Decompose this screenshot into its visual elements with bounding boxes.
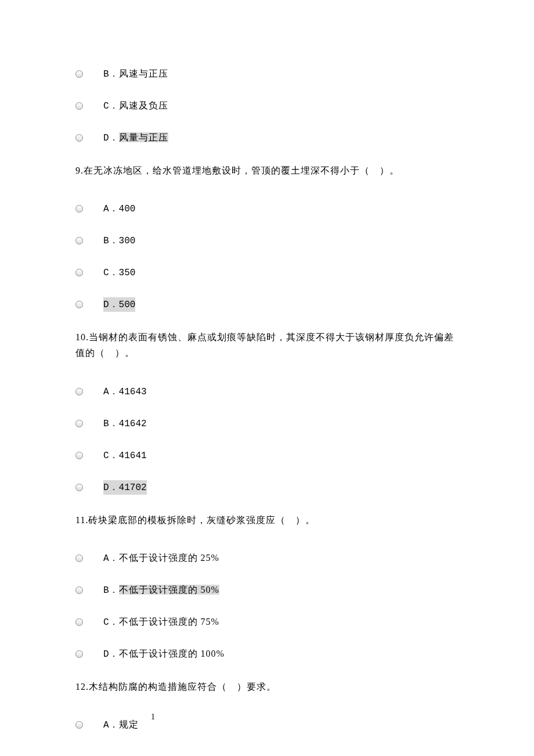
radio-icon[interactable] [75, 452, 83, 459]
q9-option-a: A．400 [75, 201, 459, 216]
q12-option-a: A．规定 [75, 718, 459, 732]
radio-icon[interactable] [75, 237, 83, 244]
q12-text: 12.木结构防腐的构造措施应符合（ ）要求。 [75, 679, 459, 694]
q11-text: 11.砖块梁底部的模板拆除时，灰缝砂浆强度应（ ）。 [75, 512, 459, 528]
q11-option-b: B．不低于设计强度的 50% [75, 583, 459, 597]
q9-text: 9.在无冰冻地区，给水管道埋地敷设时，管顶的覆土埋深不得小于（ ）。 [75, 163, 459, 178]
radio-icon[interactable] [75, 269, 83, 276]
option-label: C．41641 [103, 448, 147, 463]
radio-icon[interactable] [75, 420, 83, 427]
option-label: A．不低于设计强度的 25% [103, 551, 219, 566]
radio-icon[interactable] [75, 205, 83, 213]
q10-option-c: C．41641 [75, 448, 459, 463]
q8-option-c: C．风速及负压 [75, 99, 459, 113]
option-label: C．350 [103, 265, 135, 280]
q9-option-b: B．300 [75, 233, 459, 248]
radio-icon[interactable] [75, 555, 83, 562]
q9-option-c: C．350 [75, 265, 459, 280]
option-label: A．400 [103, 201, 135, 216]
option-label: C．风速及负压 [103, 99, 168, 113]
q8-option-b: B．风速与正压 [75, 67, 459, 81]
radio-icon[interactable] [75, 70, 83, 78]
q8-option-d: D．风量与正压 [75, 131, 459, 145]
q10-option-a: A．41643 [75, 384, 459, 399]
option-label: A．41643 [103, 384, 147, 399]
option-label: D．风量与正压 [103, 131, 168, 145]
q11-option-d: D．不低于设计强度的 100% [75, 647, 459, 661]
radio-icon[interactable] [75, 301, 83, 308]
option-label: D．不低于设计强度的 100% [103, 647, 225, 661]
option-label: B．不低于设计强度的 50% [103, 583, 219, 597]
radio-icon[interactable] [75, 102, 83, 110]
q10-text: 10.当钢材的表面有锈蚀、麻点或划痕等缺陷时，其深度不得大于该钢材厚度负允许偏差… [75, 329, 459, 361]
option-label: B．41642 [103, 416, 147, 431]
radio-icon[interactable] [75, 586, 83, 594]
radio-icon[interactable] [75, 134, 83, 142]
option-label: D．500 [103, 297, 135, 312]
radio-icon[interactable] [75, 650, 83, 658]
option-label: C．不低于设计强度的 75% [103, 615, 219, 629]
radio-icon[interactable] [75, 721, 83, 729]
q10-option-d: D．41702 [75, 480, 459, 495]
q10-option-b: B．41642 [75, 416, 459, 431]
option-label: D．41702 [103, 480, 147, 495]
q11-option-a: A．不低于设计强度的 25% [75, 551, 459, 566]
radio-icon[interactable] [75, 388, 83, 395]
radio-icon[interactable] [75, 618, 83, 626]
option-label: A．规定 [103, 718, 139, 732]
q11-option-c: C．不低于设计强度的 75% [75, 615, 459, 629]
page-number: 1 [151, 711, 155, 723]
option-label: B．300 [103, 233, 135, 248]
option-label: B．风速与正压 [103, 67, 168, 81]
q9-option-d: D．500 [75, 297, 459, 312]
radio-icon[interactable] [75, 484, 83, 491]
